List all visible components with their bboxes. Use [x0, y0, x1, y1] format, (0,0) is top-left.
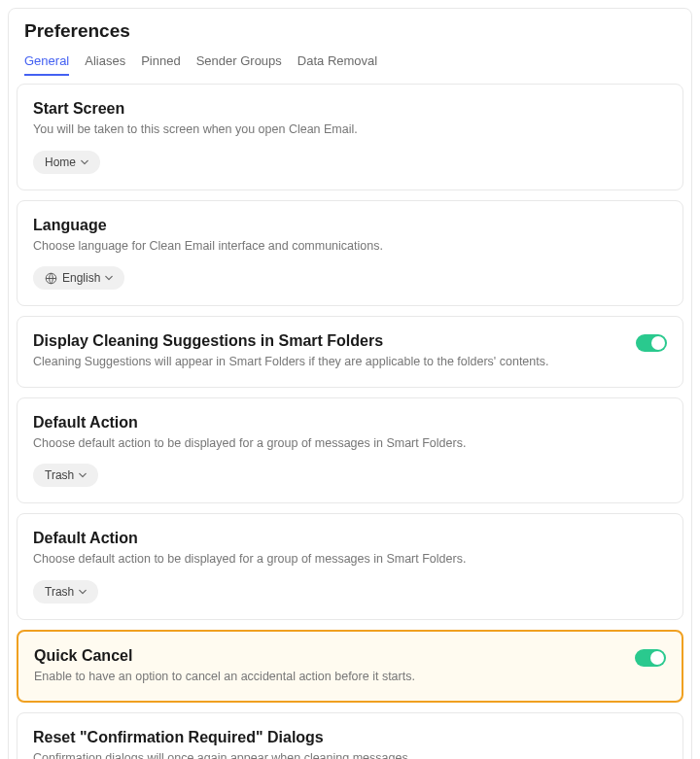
default-action-title-2: Default Action [33, 530, 667, 547]
globe-icon [45, 272, 57, 285]
tab-general[interactable]: General [24, 53, 69, 76]
quick-cancel-toggle[interactable] [635, 649, 666, 667]
chevron-down-icon [81, 158, 88, 166]
quick-cancel-card: Quick Cancel Enable to have an option to… [17, 630, 683, 704]
reset-dialogs-title: Reset "Confirmation Required" Dialogs [33, 729, 667, 746]
default-action-title: Default Action [33, 414, 667, 431]
default-action-desc: Choose default action to be displayed fo… [33, 435, 667, 453]
reset-dialogs-card: Reset "Confirmation Required" Dialogs Co… [17, 712, 683, 759]
cleaning-suggestions-toggle[interactable] [636, 334, 667, 352]
language-select[interactable]: English [33, 266, 124, 290]
chevron-down-icon [79, 471, 87, 479]
quick-cancel-desc: Enable to have an option to cancel an ac… [34, 669, 635, 686]
default-action-select-2[interactable]: Trash [33, 580, 98, 604]
tab-aliases[interactable]: Aliases [85, 53, 125, 76]
default-action-select[interactable]: Trash [33, 464, 98, 487]
preferences-panel: Preferences General Aliases Pinned Sende… [8, 8, 692, 759]
language-desc: Choose language for Clean Email interfac… [33, 238, 667, 256]
tab-pinned[interactable]: Pinned [141, 53, 180, 76]
cleaning-suggestions-desc: Cleaning Suggestions will appear in Smar… [33, 354, 636, 371]
language-card: Language Choose language for Clean Email… [17, 200, 683, 307]
page-title: Preferences [24, 20, 676, 42]
start-screen-title: Start Screen [33, 100, 667, 118]
default-action-desc-2: Choose default action to be displayed fo… [33, 551, 667, 569]
default-action-card-2: Default Action Choose default action to … [17, 513, 683, 620]
tab-data-removal[interactable]: Data Removal [298, 53, 377, 76]
tab-sender-groups[interactable]: Sender Groups [196, 53, 282, 76]
tabs: General Aliases Pinned Sender Groups Dat… [24, 53, 676, 76]
chevron-down-icon [79, 588, 87, 596]
default-action-card: Default Action Choose default action to … [17, 397, 683, 504]
language-value: English [62, 271, 100, 285]
start-screen-desc: You will be taken to this screen when yo… [33, 121, 667, 139]
start-screen-value: Home [45, 155, 76, 169]
default-action-value-2: Trash [45, 585, 74, 599]
quick-cancel-title: Quick Cancel [34, 647, 635, 665]
default-action-value: Trash [45, 468, 74, 482]
start-screen-card: Start Screen You will be taken to this s… [17, 84, 683, 190]
reset-dialogs-desc: Confirmation dialogs will once again app… [33, 750, 667, 759]
cleaning-suggestions-title: Display Cleaning Suggestions in Smart Fo… [33, 332, 636, 350]
cleaning-suggestions-card: Display Cleaning Suggestions in Smart Fo… [17, 316, 683, 388]
start-screen-select[interactable]: Home [33, 151, 100, 174]
language-title: Language [33, 217, 667, 234]
chevron-down-icon [105, 274, 113, 282]
